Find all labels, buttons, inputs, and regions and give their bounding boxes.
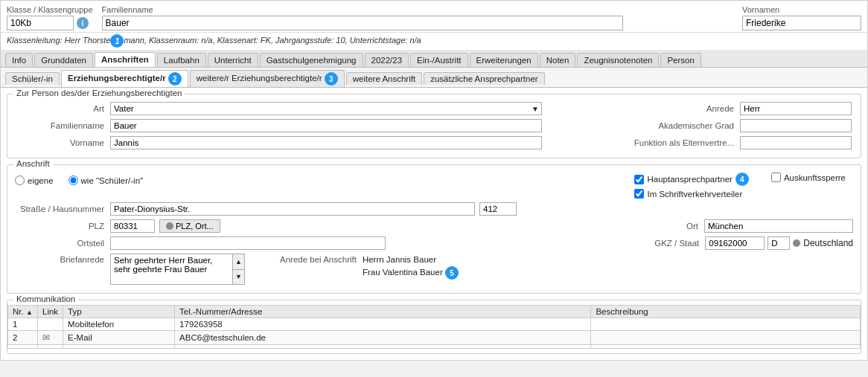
subtab-zusaetzliche[interactable]: zusätzliche Ansprechpartner bbox=[424, 72, 544, 85]
cell-typ-1: Mobiltelefon bbox=[63, 318, 175, 331]
radio-eigene[interactable] bbox=[15, 175, 25, 185]
im-schriftverkehr-text: Im Schriftverkehrverteiler bbox=[647, 190, 742, 199]
tab-anschriften[interactable]: Anschriften bbox=[95, 52, 156, 67]
im-schriftverkehr-checkbox[interactable] bbox=[634, 189, 644, 199]
anrede-bei-anschrift-value: Herrn Jannis Bauer Frau Valentina Bauer … bbox=[363, 254, 459, 280]
staat-input[interactable] bbox=[768, 236, 790, 250]
cell-link-1 bbox=[38, 318, 63, 331]
email-icon: ✉ bbox=[42, 332, 50, 343]
vornamen-input[interactable] bbox=[742, 16, 861, 30]
table-row: 2 ✉ E-Mail ABC6@testschulen.de bbox=[8, 331, 861, 345]
familienname-person-label: Familienname bbox=[15, 121, 104, 130]
plz-ort-button[interactable]: PLZ, Ort... bbox=[159, 219, 220, 233]
cell-beschreibung-1 bbox=[591, 318, 861, 331]
plz-input[interactable] bbox=[110, 219, 155, 233]
im-schriftverkehr-label[interactable]: Im Schriftverkehrverteiler bbox=[634, 189, 748, 199]
kommunikation-table: Nr. ▲ Link Typ Tel.-Nummer/Adresse Besch… bbox=[7, 305, 861, 349]
radio-wie-schueler-label[interactable]: wie "Schüler/-in" bbox=[68, 175, 144, 185]
ortsteil-label: Ortsteil bbox=[15, 239, 104, 248]
anrede-bei-anschrift-label: Anrede bei Anschrift bbox=[260, 254, 357, 264]
col-beschreibung: Beschreibung bbox=[591, 306, 861, 318]
art-select[interactable]: Vater bbox=[110, 102, 542, 115]
briefanrede-textarea[interactable]: Sehr geehrter Herr Bauer, sehr geehrte F… bbox=[110, 254, 233, 285]
hauptansprechpartner-label[interactable]: Hauptansprechpartner 4 bbox=[634, 173, 748, 186]
art-row: Art Vater ▼ bbox=[15, 102, 615, 115]
cell-tel-1: 179263958 bbox=[175, 318, 591, 331]
table-row bbox=[8, 345, 861, 349]
vornamen-label: Vornamen bbox=[742, 5, 861, 14]
plz-ort-text: PLZ, Ort... bbox=[176, 222, 214, 231]
cell-tel-3 bbox=[175, 345, 591, 349]
auskunftssperre-label[interactable]: Auskunftssperre bbox=[771, 173, 846, 182]
badge-4: 4 bbox=[735, 173, 749, 186]
akad-grad-label: Akademischer Grad bbox=[630, 121, 734, 130]
tab-2022-23[interactable]: 2022/23 bbox=[365, 53, 409, 67]
vorname-input[interactable] bbox=[110, 136, 542, 149]
klasse-input[interactable] bbox=[7, 16, 74, 30]
cell-beschreibung-2 bbox=[591, 331, 861, 345]
badge-5: 5 bbox=[445, 266, 459, 280]
col-nr: Nr. ▲ bbox=[8, 306, 38, 318]
tab-einaustritt[interactable]: Ein-/Austritt bbox=[410, 53, 467, 67]
radio-wie-schueler[interactable] bbox=[68, 175, 78, 185]
cell-typ-3 bbox=[63, 345, 175, 349]
subtabs: Schüler/-in Erziehungsberechtigte/r 2 we… bbox=[1, 68, 867, 88]
auskunftssperre-text: Auskunftssperre bbox=[784, 173, 846, 182]
tab-grunddaten[interactable]: Grunddaten bbox=[34, 53, 93, 67]
tab-zeugnisnotenoten[interactable]: Zeugnisnotenoten bbox=[577, 53, 659, 67]
textarea-down-arrow[interactable]: ▼ bbox=[233, 270, 244, 285]
strasse-input[interactable] bbox=[110, 202, 475, 216]
gkz-staat-label: GKZ / Staat bbox=[639, 239, 699, 248]
radio-eigene-text: eigene bbox=[28, 176, 54, 185]
textarea-up-arrow[interactable]: ▲ bbox=[233, 254, 244, 270]
subtab-weitere-anschrift[interactable]: weitere Anschrift bbox=[346, 72, 422, 85]
hauptansprechpartner-checkbox[interactable] bbox=[634, 175, 644, 184]
badge-1: 1 bbox=[110, 34, 124, 48]
anrede-input[interactable] bbox=[740, 102, 852, 115]
ort-input[interactable] bbox=[704, 219, 853, 233]
tab-noten[interactable]: Noten bbox=[540, 53, 576, 67]
familienname-row: Familienname bbox=[15, 119, 615, 132]
gkz-input[interactable] bbox=[705, 236, 765, 250]
checkboxes-area: Hauptansprechpartner 4 Im Schriftverkehr… bbox=[634, 173, 748, 199]
klasse-label: Klasse / Klassengruppe bbox=[7, 5, 93, 14]
badge-2: 2 bbox=[168, 72, 182, 86]
ortsteil-input[interactable] bbox=[110, 236, 386, 250]
subtab-schueler[interactable]: Schüler/-in bbox=[5, 72, 60, 85]
col-link: Link bbox=[38, 306, 63, 318]
plz-label: PLZ bbox=[15, 222, 104, 231]
vorname-label: Vorname bbox=[15, 138, 104, 147]
ort-label: Ort bbox=[654, 222, 698, 231]
tab-gastschul[interactable]: Gastschulgenehmigung bbox=[260, 53, 363, 67]
vorname-row: Vorname bbox=[15, 136, 615, 149]
art-label: Art bbox=[15, 104, 104, 113]
auskunftssperre-checkbox[interactable] bbox=[771, 173, 781, 182]
textarea-arrows: ▲ ▼ bbox=[233, 254, 245, 285]
akad-grad-row: Akademischer Grad bbox=[630, 119, 853, 132]
tab-erweiterungen[interactable]: Erweiterungen bbox=[470, 53, 538, 67]
klassenleitung-text: Klassenleitung: Herr Thorste1mann, Klass… bbox=[7, 36, 421, 45]
cell-link-2: ✉ bbox=[38, 331, 63, 345]
cell-beschreibung-3 bbox=[591, 345, 861, 349]
anrede-right-label: Anrede bbox=[630, 104, 734, 113]
tab-unterricht[interactable]: Unterricht bbox=[208, 53, 258, 67]
hausnummer-input[interactable] bbox=[479, 202, 517, 216]
badge-3: 3 bbox=[325, 72, 338, 86]
anschrift-section-title: Anschrift bbox=[13, 159, 53, 168]
radio-eigene-label[interactable]: eigene bbox=[15, 175, 54, 185]
familienname-input[interactable] bbox=[102, 16, 623, 30]
tab-laufbahn[interactable]: Laufbahn bbox=[157, 53, 206, 67]
tab-info[interactable]: Info bbox=[5, 53, 33, 67]
auskunftssperre-area: Auskunftssperre bbox=[771, 173, 846, 182]
subtab-weitere-erziehungsberechtigte[interactable]: weitere/r Erziehungsberechtigte/r 3 bbox=[190, 70, 345, 87]
radio-wie-schueler-text: wie "Schüler/-in" bbox=[81, 176, 144, 185]
tab-person[interactable]: Person bbox=[660, 53, 701, 67]
cell-typ-2: E-Mail bbox=[63, 331, 175, 345]
subtab-erziehungsberechtigte[interactable]: Erziehungsberechtigte/r 2 bbox=[61, 70, 188, 87]
kommunikation-title: Kommunikation bbox=[13, 294, 78, 303]
funktion-input[interactable] bbox=[740, 136, 852, 149]
familienname-person-input[interactable] bbox=[110, 119, 542, 132]
cell-nr-3 bbox=[8, 345, 38, 349]
akad-grad-input[interactable] bbox=[740, 119, 852, 132]
info-icon[interactable]: i bbox=[77, 17, 89, 29]
